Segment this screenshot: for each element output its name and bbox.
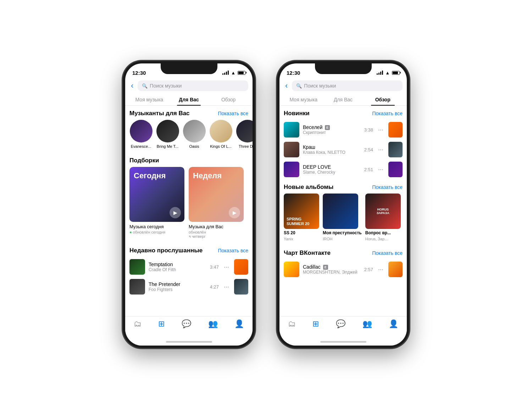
artists-title: Музыканты для Вас (129, 110, 190, 117)
tab-bar-profile-icon-1: 👤 (234, 319, 244, 329)
song-side-thumb-pretender (234, 279, 248, 295)
song-more-veseley[interactable]: ··· (377, 126, 385, 134)
new-albums-row: SPRINGSUMMER 20 SS 20 Yanix Моя преступн… (279, 194, 407, 245)
artist-item-bringme[interactable]: Bring Me T... (156, 120, 179, 149)
wifi-icon-1: ▲ (231, 70, 235, 75)
tab-browse-1[interactable]: Обзор (209, 94, 248, 105)
album-cover-horus: HORUSЗАРАЗА (365, 194, 401, 229)
artist-avatar-kings (210, 120, 232, 142)
status-icons-1: ▲ (222, 70, 245, 75)
signal-bars-1 (222, 71, 229, 75)
phone-2-screen: 12:30 ▲ ‹ 🔍 (279, 63, 407, 346)
phone-1: 12:30 ▲ ‹ 🔍 (122, 61, 255, 348)
song-thumb-pretender (129, 279, 145, 295)
tab-bar-1: 🗂 ⊞ 💬 👥 👤 (125, 316, 253, 346)
artist-avatar-evanescence (130, 120, 153, 142)
phone-1-screen: 12:30 ▲ ‹ 🔍 (125, 63, 253, 346)
search-placeholder-2: Поиск музыки (304, 83, 336, 89)
novinki-show-all[interactable]: Показать все (372, 111, 403, 116)
playlist-week-cover: Неделя ▶ (189, 167, 244, 222)
tab-bar-profile-2[interactable]: 👤 (389, 319, 398, 329)
back-button-1[interactable]: ‹ (129, 80, 135, 91)
notch-2 (315, 63, 372, 74)
tab-bar-news-icon-2: 🗂 (288, 319, 296, 329)
song-title-krash: Краш (303, 144, 361, 150)
recent-section-header: Недавно прослушанные Показать все (125, 243, 253, 257)
new-albums-show-all[interactable]: Показать все (372, 184, 403, 190)
song-title-temptation: Temptation (149, 262, 206, 267)
song-item-krash[interactable]: Краш Клава Кока, NILETTO 2:54 ··· (279, 140, 407, 159)
battery-icon-2 (392, 71, 400, 75)
tab-bar-news-2[interactable]: 🗂 (288, 319, 296, 329)
playlist-today-card[interactable]: Сегодня ▶ Музыка сегодня ● обновлён сего… (129, 167, 184, 239)
tab-bar-profile-1[interactable]: 👤 (234, 319, 244, 329)
artist-name-three: Three D... (239, 144, 253, 149)
search-placeholder-1: Поиск музыки (150, 83, 182, 89)
song-item-pretender[interactable]: The Pretender Foo Fighters 4:27 ··· (125, 277, 253, 297)
playlist-today-play[interactable]: ▶ (170, 207, 181, 218)
album-item-horus[interactable]: HORUSЗАРАЗА Вопрос вр... Horus, Зар... (365, 194, 401, 241)
tab-bar-music-2[interactable]: ⊞ (312, 319, 319, 329)
recent-show-all[interactable]: Показать все (218, 248, 248, 253)
song-more-pretender[interactable]: ··· (222, 283, 231, 291)
playlist-week-play[interactable]: ▶ (229, 207, 240, 218)
explicit-badge-veseley: E (325, 125, 330, 130)
playlists-row: Сегодня ▶ Музыка сегодня ● обновлён сего… (125, 167, 253, 243)
playlist-today-update: ● обновлён сегодня (129, 230, 184, 234)
search-field-2[interactable]: 🔍 Поиск музыки (292, 80, 403, 91)
new-albums-title: Новые альбомы (284, 184, 333, 191)
search-field-1[interactable]: 🔍 Поиск музыки (138, 80, 248, 91)
album-title-horus: Вопрос вр... (365, 230, 401, 235)
song-more-krash[interactable]: ··· (377, 146, 385, 153)
song-duration-temptation: 3:47 (210, 264, 219, 270)
wifi-icon-2: ▲ (385, 70, 390, 75)
home-indicator-2 (320, 341, 366, 343)
artists-show-all[interactable]: Показать все (218, 111, 248, 116)
tab-bar-news-1[interactable]: 🗂 (134, 319, 142, 329)
album-item-ss20[interactable]: SPRINGSUMMER 20 SS 20 Yanix (284, 194, 319, 241)
artist-item-kings[interactable]: Kings Of L... (209, 120, 232, 149)
tab-for-you-1[interactable]: Для Вас (169, 94, 209, 105)
song-duration-veseley: 3:38 (364, 127, 373, 133)
song-item-temptation[interactable]: Temptation Cradle Of Filth 3:47 ··· (125, 257, 253, 277)
tab-bar-messages-2[interactable]: 💬 (336, 319, 345, 329)
song-more-deeplove[interactable]: ··· (377, 166, 385, 173)
back-button-2[interactable]: ‹ (284, 80, 289, 91)
song-item-veseley[interactable]: Веселей E Скриптонит 3:38 ··· (279, 120, 407, 140)
search-bar-2: ‹ 🔍 Поиск музыки (279, 79, 407, 94)
tab-bar-2: 🗂 ⊞ 💬 👥 👤 (279, 316, 407, 346)
tab-my-music-1[interactable]: Моя музыка (129, 94, 169, 105)
playlist-week-card[interactable]: Неделя ▶ Музыка для Вас обновлёнв четвер… (189, 167, 244, 239)
song-item-cadillac[interactable]: Cadillac E MORGENSHTERN, Элджей 2:57 ··· (279, 259, 407, 279)
chart-show-all[interactable]: Показать все (372, 250, 403, 256)
artist-avatar-oasis (183, 120, 206, 142)
song-info-temptation: Temptation Cradle Of Filth (149, 262, 206, 272)
artist-item-oasis[interactable]: Oasis (183, 120, 206, 149)
album-artist-horus: Horus, Зар... (365, 237, 401, 241)
song-more-cadillac[interactable]: ··· (377, 266, 385, 273)
status-icons-2: ▲ (377, 70, 400, 75)
song-title-veseley: Веселей E (303, 124, 361, 130)
tab-bar-messages-1[interactable]: 💬 (182, 319, 191, 329)
song-thumb-deeplove (284, 162, 299, 177)
song-item-deeplove[interactable]: DEEP LOVE Slame, Cherocky 2:51 ··· (279, 159, 407, 179)
artist-item-evanescence[interactable]: Evanescе... (129, 120, 153, 149)
song-more-temptation[interactable]: ··· (222, 263, 231, 271)
screen-content-1: Музыканты для Вас Показать все Evanescе.… (125, 106, 253, 326)
home-indicator-1 (166, 341, 212, 343)
tab-my-music-2[interactable]: Моя музыка (284, 94, 323, 105)
tab-bar-friends-icon-2: 👥 (362, 319, 372, 329)
album-cover-iroh (323, 194, 358, 229)
tab-bar-music-1[interactable]: ⊞ (158, 319, 165, 329)
artists-row: Evanescе... Bring Me T... Oasis Kings Of… (125, 120, 253, 153)
screen-content-2: Новинки Показать все Веселей E Скриптони… (279, 106, 407, 326)
tab-bar-friends-2[interactable]: 👥 (362, 319, 372, 329)
song-side-krash (388, 142, 403, 157)
time-1: 12:30 (132, 70, 146, 76)
playlists-title: Подборки (129, 157, 159, 164)
album-item-iroh[interactable]: Моя преступность IROH (323, 194, 362, 241)
tab-bar-friends-1[interactable]: 👥 (208, 319, 218, 329)
tab-browse-2[interactable]: Обзор (363, 94, 403, 105)
tab-for-you-2[interactable]: Для Вас (323, 94, 363, 105)
artist-item-three[interactable]: Three D... (236, 120, 253, 149)
